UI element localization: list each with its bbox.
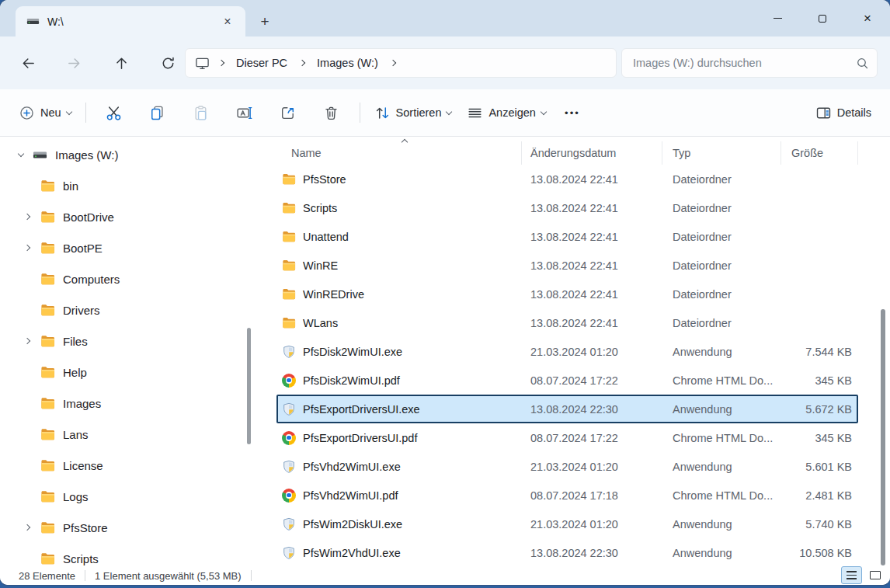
sidebar-item-drivers[interactable]: Drivers <box>0 294 264 325</box>
maximize-button[interactable] <box>800 0 845 37</box>
sidebar-item-pfsstore[interactable]: PfsStore <box>0 512 264 543</box>
this-pc-icon <box>195 56 210 71</box>
folder-icon <box>282 287 296 301</box>
sidebar-item-files[interactable]: Files <box>0 325 264 357</box>
copy-icon <box>149 105 165 121</box>
sidebar-item-logs[interactable]: Logs <box>0 481 264 512</box>
table-row[interactable]: PfsDisk2WimUI.exe 21.03.2024 01:20 Anwen… <box>276 337 858 366</box>
table-row[interactable]: PfsDisk2WimUI.pdf 08.07.2024 17:22 Chrom… <box>276 366 858 395</box>
rename-icon <box>236 105 252 121</box>
column-header-type[interactable]: Typ <box>662 141 781 165</box>
status-divider <box>251 570 252 581</box>
forward-button[interactable] <box>59 49 90 77</box>
chrome-icon <box>282 374 296 388</box>
folder-icon <box>40 241 55 256</box>
search-box[interactable] <box>621 48 878 78</box>
sort-button[interactable]: Sortieren <box>367 98 460 127</box>
sidebar-item-bootpe[interactable]: BootPE <box>0 232 264 263</box>
tab-close-icon[interactable]: × <box>217 12 238 32</box>
back-button[interactable] <box>12 49 43 77</box>
sidebar-item-scripts[interactable]: Scripts <box>0 543 264 566</box>
application-icon <box>282 517 296 531</box>
search-input[interactable] <box>633 57 856 69</box>
details-view-button[interactable] <box>841 566 862 584</box>
table-row[interactable]: PfsVhd2WimUI.exe 21.03.2024 01:20 Anwend… <box>276 452 858 481</box>
plus-circle-icon <box>19 105 35 121</box>
trash-icon <box>323 105 339 121</box>
chrome-icon <box>282 431 296 445</box>
table-row[interactable]: PfsWim2VhdUI.exe 13.08.2024 22:30 Anwend… <box>276 538 858 566</box>
chevron-right-icon[interactable] <box>24 524 30 531</box>
close-button[interactable]: × <box>845 0 890 37</box>
drive-icon <box>33 148 47 162</box>
table-row[interactable]: PfsStore 13.08.2024 22:41 Dateiordner <box>276 165 858 193</box>
sidebar-item-images-w-root[interactable]: Images (W:) <box>0 139 264 170</box>
table-row[interactable]: PfsExportDriversUI.pdf 08.07.2024 17:22 … <box>276 423 858 452</box>
breadcrumb-images-w[interactable]: Images (W:) <box>314 54 381 71</box>
view-button[interactable]: Anzeigen <box>459 98 553 127</box>
refresh-button[interactable] <box>152 49 183 77</box>
sidebar-item-computers[interactable]: Computers <box>0 263 264 294</box>
up-button[interactable] <box>106 49 137 77</box>
scissors-icon <box>106 105 122 121</box>
breadcrumb-dieser-pc[interactable]: Dieser PC <box>233 54 290 71</box>
details-view-icon <box>847 571 857 579</box>
share-icon <box>280 105 296 121</box>
column-header-date[interactable]: Änderungsdatum <box>522 141 662 165</box>
sidebar-scrollbar[interactable] <box>247 328 251 444</box>
folder-icon <box>40 303 55 318</box>
tab-title: W:\ <box>47 16 210 28</box>
window-controls: × <box>755 0 890 37</box>
rename-button[interactable] <box>223 98 266 127</box>
application-icon <box>282 546 296 560</box>
sidebar-item-bin[interactable]: bin <box>0 170 264 201</box>
chevron-down-icon <box>65 108 71 114</box>
address-bar[interactable]: Dieser PC Images (W:) <box>185 48 617 78</box>
file-explorer-window: W:\ × + × Dieser PC Images (W:) <box>0 0 890 585</box>
column-header-size[interactable]: Größe <box>781 141 858 165</box>
sidebar-item-images[interactable]: Images <box>0 388 264 419</box>
sidebar-item-bootdrive[interactable]: BootDrive <box>0 201 264 232</box>
column-header-name[interactable]: Name <box>276 141 522 165</box>
chevron-right-icon[interactable] <box>299 60 305 66</box>
thumbnail-view-button[interactable] <box>864 566 885 584</box>
copy-button[interactable] <box>136 98 179 127</box>
sidebar-item-lans[interactable]: Lans <box>0 419 264 450</box>
new-tab-button[interactable]: + <box>252 6 278 37</box>
sidebar-item-help[interactable]: Help <box>0 357 264 388</box>
table-row[interactable]: PfsVhd2WimUI.pdf 08.07.2024 17:18 Chrome… <box>276 481 858 510</box>
thumbnail-view-icon <box>870 571 881 579</box>
table-row-selected[interactable]: PfsExportDriversUI.exe 13.08.2024 22:30 … <box>276 395 858 423</box>
folder-icon <box>40 365 55 380</box>
table-row[interactable]: Scripts 13.08.2024 22:41 Dateiordner <box>276 193 858 222</box>
details-pane-button[interactable]: Details <box>808 98 879 127</box>
table-row[interactable]: WLans 13.08.2024 22:41 Dateiordner <box>276 308 858 337</box>
delete-button[interactable] <box>310 98 353 127</box>
chevron-right-icon[interactable] <box>24 245 30 251</box>
table-row[interactable]: Unattend 13.08.2024 22:41 Dateiordner <box>276 222 858 251</box>
table-row[interactable]: WinREDrive 13.08.2024 22:41 Dateiordner <box>276 280 858 308</box>
table-row[interactable]: PfsWim2DiskUI.exe 21.03.2024 01:20 Anwen… <box>276 510 858 538</box>
more-options-button[interactable]: ••• <box>554 98 591 127</box>
application-icon <box>282 345 296 359</box>
share-button[interactable] <box>266 98 310 127</box>
chevron-right-icon[interactable] <box>390 60 396 66</box>
status-divider <box>85 570 85 581</box>
folder-icon <box>40 489 55 504</box>
sidebar-item-license[interactable]: License <box>0 450 264 481</box>
new-button[interactable]: Neu <box>11 98 79 127</box>
cut-button[interactable] <box>92 98 136 127</box>
folder-icon <box>282 316 296 330</box>
minimize-button[interactable] <box>755 0 800 37</box>
chevron-right-icon[interactable] <box>24 338 30 344</box>
chevron-right-icon[interactable] <box>218 60 224 66</box>
chevron-right-icon[interactable] <box>24 214 30 220</box>
view-toggles <box>841 566 885 584</box>
tab-strip: W:\ × + × <box>0 0 890 37</box>
folder-icon <box>40 210 55 224</box>
explorer-tab[interactable]: W:\ × <box>16 6 245 37</box>
table-row[interactable]: WinRE 13.08.2024 22:41 Dateiordner <box>276 251 858 280</box>
list-scrollbar[interactable] <box>881 309 885 565</box>
chevron-down-icon[interactable] <box>18 150 24 156</box>
clipboard-icon <box>193 105 209 121</box>
